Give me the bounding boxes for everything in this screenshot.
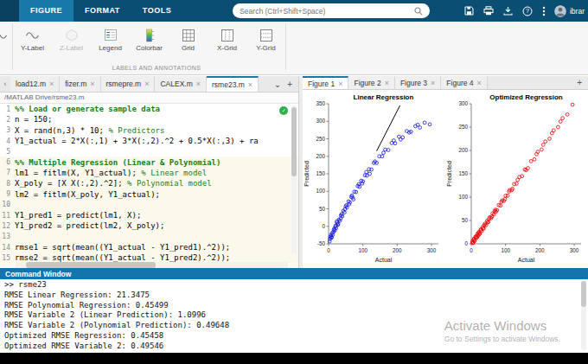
- code-line-11: 11Y1_pred1 = predict(lm1, X);: [0, 210, 298, 220]
- toolstrip-tab-figure[interactable]: FIGURE: [19, 0, 74, 22]
- tab-label: rsmepre.m: [106, 80, 142, 88]
- ribbon-button-label: Legend: [99, 44, 122, 52]
- search-input[interactable]: [240, 7, 410, 16]
- close-icon[interactable]: ×: [431, 79, 435, 87]
- editor-tab-calex-m[interactable]: CALEX.m×: [155, 76, 207, 92]
- figure-tab-figure-4[interactable]: Figure 4×: [441, 76, 487, 89]
- code-segment: lm2 = fitlm(X_poly, Y1_actual);: [15, 190, 160, 199]
- overflow-menu-icon[interactable]: [542, 6, 546, 16]
- tab-label: fizer.m: [65, 80, 86, 88]
- code-segment: % Linear model: [141, 169, 207, 177]
- command-window-title: Command Window: [5, 270, 71, 278]
- close-icon[interactable]: ×: [338, 80, 342, 88]
- y-tick-label: 350: [316, 100, 325, 106]
- ribbon-button-legend[interactable]: Legend: [91, 23, 130, 52]
- y-tick-label: 150: [316, 170, 325, 176]
- figure-tab-figure-1[interactable]: Figure 1×: [303, 76, 348, 89]
- code-line-5: 5: [0, 146, 298, 156]
- scrollbar-thumb[interactable]: [291, 107, 297, 176]
- close-icon[interactable]: ×: [477, 79, 482, 87]
- code-line-4: 4Y1_actual = 2*X(:,1) + 3*X(:,2).^2 + 0.…: [0, 136, 298, 146]
- x-tick-label: 200: [535, 247, 545, 253]
- editor-vertical-scrollbar[interactable]: [291, 105, 297, 254]
- figure-tabs: Figure 1×Figure 2×Figure 3×Figure 4×: [303, 76, 488, 89]
- editor-tab-rsmepre-m[interactable]: rsmepre.m×: [101, 76, 156, 92]
- code-line-10: 10: [0, 200, 298, 210]
- y-tick-label: 150: [458, 170, 468, 176]
- svg-text:?: ?: [526, 8, 529, 14]
- editor-tabbar: ‹ load12.m×fizer.m×rsmepre.m×CALEX.m×rsm…: [0, 76, 298, 93]
- user-name: ibrar: [570, 7, 585, 16]
- code-text: Y1_pred1 = predict(lm1, X);: [15, 211, 141, 220]
- code-text: Y1_actual = 2*X(:,1) + 3*X(:,2).^2 + 0.5…: [15, 137, 259, 145]
- figure-tab-figure-3[interactable]: Figure 3×: [395, 76, 441, 89]
- toolstrip-tab-tools[interactable]: TOOLS: [131, 0, 182, 22]
- code-text: rmse2 = sqrt(mean((Y1_actual - Y1_pred2)…: [15, 253, 230, 262]
- toolstrip-tab-format[interactable]: FORMAT: [74, 0, 131, 22]
- close-icon[interactable]: ×: [385, 79, 389, 87]
- chart-linear-regression: Linear Regression-5005010015020025030035…: [303, 92, 445, 268]
- editor-tab-load12-m[interactable]: load12.m×: [10, 76, 60, 92]
- editor-horizontal-scrollbar[interactable]: [16, 262, 288, 268]
- app-home-button[interactable]: [0, 0, 19, 22]
- ribbon-button-y-grid[interactable]: Y-Grid: [246, 23, 285, 52]
- new-file-button[interactable]: +: [287, 80, 292, 89]
- breadcrumb[interactable]: /MATLAB Drive/rsme23.m: [0, 93, 298, 104]
- command-window-scrollbar[interactable]: [581, 281, 586, 350]
- code-segment: %% Load or generate sample data: [15, 105, 160, 113]
- print-icon[interactable]: [483, 6, 494, 16]
- scrollbar-thumb[interactable]: [581, 281, 586, 307]
- code-text: %% Multiple Regression (Linear & Polynom…: [15, 158, 220, 167]
- tab-scroll-left-button[interactable]: ‹: [0, 76, 10, 92]
- y-axis-label: Predicted: [446, 161, 452, 187]
- code-line-13: 13: [0, 232, 298, 242]
- y-tick-label: 250: [316, 136, 325, 142]
- code-segment: % Predictors: [108, 126, 164, 135]
- tab-label: CALEX.m: [160, 80, 192, 88]
- code-line-14: 14rmse1 = sqrt(mean((Y1_actual - Y1_pred…: [0, 242, 298, 252]
- ribbon-button-colorbar[interactable]: Colorbar: [130, 23, 169, 52]
- partial-ribbon-button[interactable]: [0, 23, 12, 45]
- line-number: 7: [0, 169, 15, 176]
- editor-tab-rsme23-m[interactable]: rsme23.m×: [207, 76, 259, 92]
- command-output-line: >> rsme23: [4, 280, 588, 291]
- line-number: 9: [0, 190, 15, 198]
- search-box[interactable]: [233, 3, 430, 18]
- ribbon-button-grid[interactable]: Grid: [169, 23, 208, 52]
- scrollbar-thumb[interactable]: [26, 262, 156, 268]
- download-icon[interactable]: [503, 6, 513, 16]
- save-icon[interactable]: [464, 6, 474, 16]
- figure-tab-figure-2[interactable]: Figure 2×: [348, 76, 394, 89]
- code-line-2: 2n = 150;: [0, 114, 298, 125]
- close-icon[interactable]: ×: [90, 80, 94, 88]
- user-menu[interactable]: ibrar: [554, 5, 588, 17]
- code-analyzer-indicator[interactable]: ✓: [279, 106, 288, 115]
- close-icon[interactable]: ×: [144, 80, 149, 88]
- new-figure-button[interactable]: +: [577, 78, 582, 87]
- line-number: 12: [0, 222, 15, 230]
- x-axis-label: Actual: [375, 257, 393, 263]
- help-icon[interactable]: ?: [522, 6, 533, 16]
- y-tick-label: 200: [458, 147, 468, 153]
- code-segment: %% Multiple Regression (Linear & Polynom…: [15, 158, 220, 167]
- line-number: 3: [0, 126, 15, 134]
- editor-tab-tools: ⌄ +: [268, 76, 298, 92]
- close-icon[interactable]: ×: [196, 80, 201, 88]
- code-line-3: 3X = rand(n,3) * 10; % Predictors: [0, 125, 298, 136]
- ribbon-button-x-grid[interactable]: X-Grid: [208, 23, 246, 52]
- tab-label: rsme23.m: [212, 80, 245, 89]
- figure-tabbar: Figure 1×Figure 2×Figure 3×Figure 4× +: [303, 76, 588, 90]
- watermark-subtitle: Go to Settings to activate Windows.: [444, 335, 560, 343]
- chevron-down-icon[interactable]: ⌄: [274, 80, 281, 89]
- ribbon-button-y-label[interactable]: Y-Label: [13, 23, 52, 52]
- figures-panel: Figure 1×Figure 2×Figure 3×Figure 4× + L…: [303, 76, 588, 268]
- x-tick-label: 0: [327, 247, 330, 253]
- editor-tab-fizer-m[interactable]: fizer.m×: [60, 76, 100, 92]
- y-tick-label: 100: [316, 188, 325, 194]
- code-area[interactable]: 1%% Load or generate sample data2n = 150…: [0, 104, 298, 268]
- editor-panel: ‹ load12.m×fizer.m×rsmepre.m×CALEX.m×rsm…: [0, 76, 299, 268]
- code-text: rmse1 = sqrt(mean((Y1_actual - Y1_pred1)…: [15, 243, 230, 252]
- close-icon[interactable]: ×: [248, 80, 252, 89]
- command-window-header[interactable]: Command Window: [0, 268, 588, 279]
- close-icon[interactable]: ×: [49, 80, 54, 88]
